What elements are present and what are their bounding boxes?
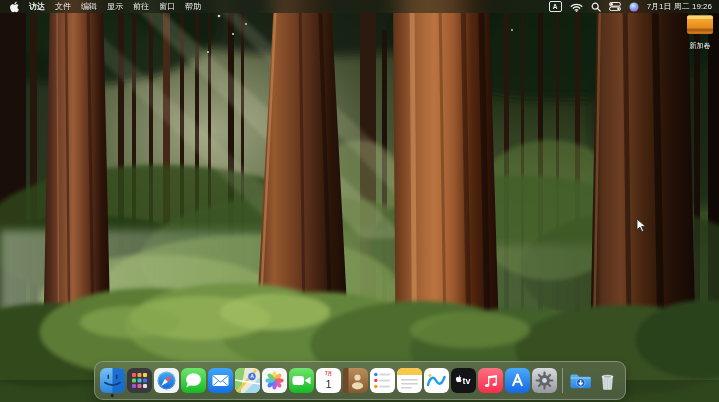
menu-finder[interactable]: 访达 xyxy=(29,0,45,13)
appletv-icon: tv xyxy=(451,368,476,393)
calendar-icon: 7月 1 xyxy=(316,368,341,393)
dock-item-freeform[interactable] xyxy=(424,368,449,393)
finder-icon xyxy=(100,368,125,393)
control-center-icon[interactable] xyxy=(609,2,621,11)
dock-item-downloads-folder[interactable] xyxy=(568,368,593,393)
dock-item-music[interactable] xyxy=(478,368,503,393)
dock-item-messages[interactable] xyxy=(181,368,206,393)
apple-menu-icon[interactable] xyxy=(9,1,19,13)
safari-icon xyxy=(154,368,179,393)
dock: A 7月 1 xyxy=(94,361,626,400)
dock-item-appstore[interactable] xyxy=(505,368,530,393)
input-source-icon[interactable]: A xyxy=(549,1,562,12)
photos-icon xyxy=(262,368,287,393)
calendar-day: 1 xyxy=(325,378,331,390)
desktop: 访达 文件 编辑 显示 前往 窗口 帮助 A xyxy=(0,0,719,402)
clock[interactable]: 7月1日 周二 19:26 xyxy=(647,0,712,13)
tv-label: tv xyxy=(462,376,470,386)
facetime-icon xyxy=(289,368,314,393)
dock-item-notes[interactable] xyxy=(397,368,422,393)
maps-badge-letter: A xyxy=(250,373,254,379)
wifi-icon[interactable] xyxy=(570,2,583,12)
dock-item-maps[interactable]: A xyxy=(235,368,260,393)
calendar-month: 7月 xyxy=(324,370,331,377)
downloads-folder-icon xyxy=(568,368,593,393)
dock-item-system-settings[interactable] xyxy=(532,368,557,393)
freeform-icon xyxy=(424,368,449,393)
menu-go[interactable]: 前往 xyxy=(133,0,149,13)
dock-divider xyxy=(562,368,563,393)
music-icon xyxy=(478,368,503,393)
dock-item-tv[interactable]: tv xyxy=(451,368,476,393)
menu-window[interactable]: 窗口 xyxy=(159,0,175,13)
notes-icon xyxy=(397,368,422,393)
finder-running-indicator xyxy=(111,394,114,397)
spotlight-search-icon[interactable] xyxy=(591,2,601,12)
wallpaper-forest xyxy=(0,0,719,402)
dock-item-launchpad[interactable] xyxy=(127,368,152,393)
system-settings-icon xyxy=(532,368,557,393)
menu-help[interactable]: 帮助 xyxy=(185,0,201,13)
dock-item-contacts[interactable] xyxy=(343,368,368,393)
maps-icon: A xyxy=(235,368,260,393)
dock-item-calendar[interactable]: 7月 1 xyxy=(316,368,341,393)
contacts-icon xyxy=(343,368,368,393)
volume-label: 新加卷 xyxy=(682,41,718,51)
trash-icon xyxy=(595,368,620,393)
menu-bar: 访达 文件 编辑 显示 前往 窗口 帮助 A xyxy=(0,0,719,13)
dock-item-reminders[interactable] xyxy=(370,368,395,393)
desktop-volume-new-volume[interactable]: 新加卷 xyxy=(682,14,718,51)
dock-item-photos[interactable] xyxy=(262,368,287,393)
menu-view[interactable]: 显示 xyxy=(107,0,123,13)
messages-icon xyxy=(181,368,206,393)
dock-item-trash[interactable] xyxy=(595,368,620,393)
dock-item-safari[interactable] xyxy=(154,368,179,393)
dock-item-facetime[interactable] xyxy=(289,368,314,393)
menu-edit[interactable]: 编辑 xyxy=(81,0,97,13)
dock-item-mail[interactable] xyxy=(208,368,233,393)
external-drive-icon xyxy=(685,14,715,36)
siri-icon[interactable] xyxy=(629,2,639,12)
dock-item-finder[interactable] xyxy=(100,368,125,393)
reminders-icon xyxy=(370,368,395,393)
launchpad-icon xyxy=(127,368,152,393)
menu-file[interactable]: 文件 xyxy=(55,0,71,13)
appstore-icon xyxy=(505,368,530,393)
menu-bar-left: 访达 文件 编辑 显示 前往 窗口 帮助 xyxy=(9,0,201,13)
menu-bar-status: A 7月1日 周二 19:26 xyxy=(549,0,712,13)
mail-icon xyxy=(208,368,233,393)
